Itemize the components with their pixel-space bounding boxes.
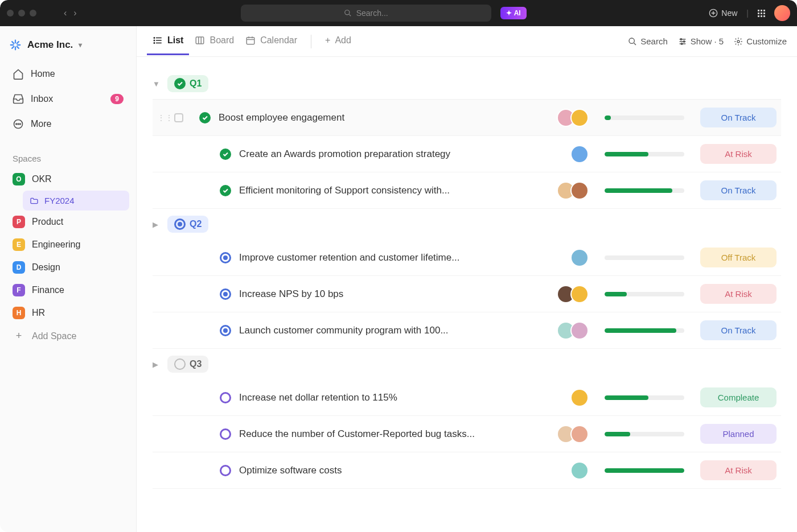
space-item-hr[interactable]: HHR: [7, 302, 129, 324]
checkbox[interactable]: [174, 113, 183, 122]
ai-button[interactable]: ✦ AI: [500, 7, 527, 19]
nav-item-home[interactable]: Home: [7, 63, 129, 85]
svg-point-4: [18, 123, 19, 125]
drag-handle-icon[interactable]: ⋮⋮: [157, 113, 166, 122]
workspace-switcher[interactable]: Acme Inc. ▾: [7, 35, 129, 63]
tab-label: List: [167, 35, 183, 46]
space-item-product[interactable]: PProduct: [7, 211, 129, 233]
add-space-button[interactable]: + Add Space: [7, 324, 129, 348]
group-chip[interactable]: Q3: [167, 356, 208, 373]
space-item-okr[interactable]: OOKR: [7, 168, 129, 191]
status-badge[interactable]: Off Track: [700, 248, 777, 267]
assignee-avatar[interactable]: [570, 145, 589, 163]
status-badge[interactable]: On Track: [700, 108, 777, 127]
assignee-avatar[interactable]: [570, 425, 589, 443]
progress-bar: [605, 395, 684, 400]
status-open-icon: [174, 358, 186, 370]
maximize-window-icon[interactable]: [30, 10, 36, 17]
space-label: Product: [32, 217, 63, 227]
inbox-icon: [13, 93, 24, 105]
task-row[interactable]: ⋮⋮ Create an Awards promotion preparatio…: [153, 136, 781, 172]
customize-button[interactable]: Customize: [734, 36, 787, 46]
traffic-lights: [7, 10, 36, 17]
chevron-right-icon[interactable]: ▶: [153, 360, 162, 369]
status-badge[interactable]: Planned: [700, 424, 777, 444]
space-item-design[interactable]: DDesign: [7, 256, 129, 279]
group-chip[interactable]: Q2: [167, 216, 208, 233]
assignees: [557, 425, 589, 443]
close-window-icon[interactable]: [7, 10, 14, 17]
status-badge[interactable]: On Track: [700, 180, 777, 200]
svg-point-12: [680, 38, 682, 40]
group-header-q2[interactable]: ▶Q2: [153, 209, 781, 240]
space-child-fy2024[interactable]: FY2024: [23, 191, 129, 211]
task-row[interactable]: ⋮⋮ Increase NPS by 10 bps At Risk: [153, 276, 781, 312]
badge-count: 9: [110, 94, 124, 104]
assignee-avatar[interactable]: [570, 285, 589, 303]
status-badge[interactable]: At Risk: [700, 460, 777, 480]
space-label: OKR: [32, 174, 52, 184]
assignee-avatar[interactable]: [570, 389, 589, 407]
assignees: [570, 145, 589, 163]
space-icon: F: [13, 284, 25, 296]
status-progress-icon: [220, 252, 231, 263]
search-button[interactable]: Search: [628, 36, 668, 46]
new-button[interactable]: New: [709, 9, 737, 18]
status-badge[interactable]: Compleate: [700, 387, 777, 407]
show-button[interactable]: Show · 5: [678, 36, 724, 46]
space-item-finance[interactable]: FFinance: [7, 279, 129, 302]
status-badge[interactable]: At Risk: [700, 284, 777, 304]
assignee-avatar[interactable]: [570, 321, 589, 340]
list-icon: [153, 35, 163, 46]
svg-point-14: [681, 43, 683, 44]
group-chip[interactable]: Q1: [167, 75, 208, 92]
space-item-engineering[interactable]: EEngineering: [7, 233, 129, 256]
titlebar: ‹ › Search... ✦ AI New |: [0, 0, 797, 26]
add-view-button[interactable]: + Add: [319, 27, 357, 55]
task-title: Increase NPS by 10 bps: [239, 288, 549, 300]
task-row[interactable]: ⋮⋮ Optimize software costs At Risk: [153, 452, 781, 489]
task-row[interactable]: ⋮⋮ Increase net dollar retention to 115%…: [153, 380, 781, 416]
svg-point-3: [16, 123, 17, 125]
user-avatar[interactable]: [774, 5, 790, 21]
minimize-window-icon[interactable]: [18, 10, 25, 17]
group-header-q1[interactable]: ▼Q1: [153, 68, 781, 99]
progress-bar: [605, 432, 684, 436]
back-button[interactable]: ‹: [64, 8, 67, 18]
task-row[interactable]: ⋮⋮ Launch customer community program wit…: [153, 312, 781, 349]
chevron-down-icon[interactable]: ▼: [153, 80, 162, 88]
svg-point-13: [683, 40, 685, 42]
board-icon: [195, 35, 205, 46]
assignee-avatar[interactable]: [570, 182, 589, 200]
gear-icon: [734, 37, 743, 46]
nav-item-more[interactable]: More: [7, 113, 129, 135]
status-badge[interactable]: At Risk: [700, 144, 777, 164]
tab-list[interactable]: List: [147, 27, 189, 55]
group-name: Q3: [190, 359, 202, 369]
plus-circle-icon: [709, 9, 718, 18]
svg-point-15: [737, 40, 740, 43]
global-search[interactable]: Search...: [241, 5, 491, 22]
plus-icon: +: [13, 330, 25, 342]
task-list: ▼Q1 ⋮⋮ Boost employee engagement On Trac…: [137, 57, 797, 532]
tab-board[interactable]: Board: [189, 27, 240, 55]
chevron-right-icon[interactable]: ▶: [153, 220, 162, 229]
forward-button[interactable]: ›: [73, 8, 76, 18]
group-header-q3[interactable]: ▶Q3: [153, 349, 781, 380]
task-row[interactable]: ⋮⋮ Boost employee engagement On Track: [153, 99, 781, 136]
apps-grid-icon[interactable]: [758, 10, 765, 17]
status-progress-icon: [220, 288, 231, 300]
tab-calendar[interactable]: Calendar: [240, 27, 303, 55]
search-placeholder: Search...: [356, 9, 388, 18]
status-badge[interactable]: On Track: [700, 320, 777, 340]
task-row[interactable]: ⋮⋮ Improve customer retention and custom…: [153, 240, 781, 276]
task-row[interactable]: ⋮⋮ Efficient monitoring of Support consi…: [153, 172, 781, 209]
status-open-icon: [220, 465, 231, 476]
space-child-label: FY2024: [44, 196, 75, 205]
assignee-avatar[interactable]: [570, 109, 589, 127]
assignee-avatar[interactable]: [570, 249, 589, 267]
task-row[interactable]: ⋮⋮ Reduce the number of Customer-Reporte…: [153, 416, 781, 452]
assignee-avatar[interactable]: [570, 461, 589, 480]
nav-item-inbox[interactable]: Inbox9: [7, 88, 129, 110]
home-icon: [13, 68, 24, 80]
